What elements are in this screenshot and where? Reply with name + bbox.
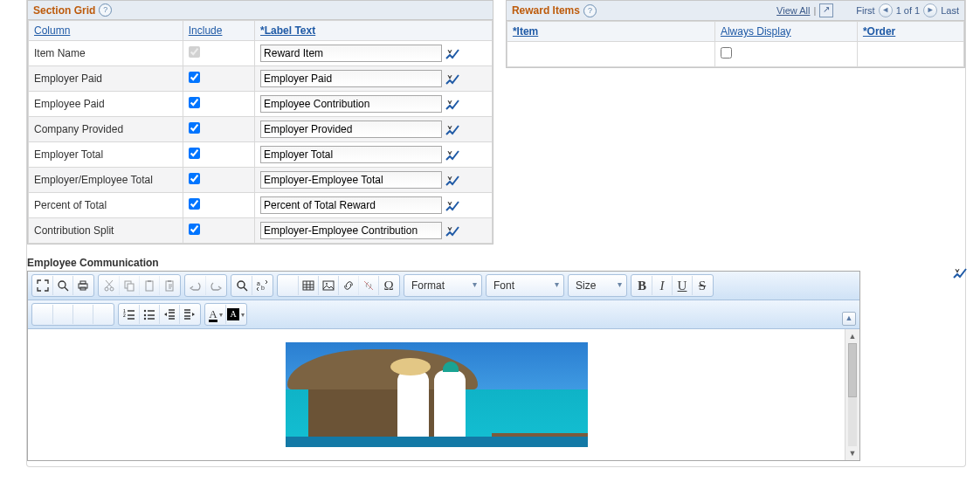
column-header-column[interactable]: Column [34,24,70,37]
include-checkbox[interactable] [189,224,200,235]
replace-icon[interactable]: ab [252,276,272,295]
column-name-cell: Item Name [29,41,183,66]
include-checkbox[interactable] [189,72,200,83]
include-checkbox[interactable] [189,122,200,134]
column-header-include[interactable]: Include [189,24,223,37]
align-center-icon[interactable] [52,305,72,324]
redo-icon[interactable] [205,276,225,295]
label-text-input[interactable] [260,171,442,189]
ri-header-item[interactable]: *Item [513,25,538,38]
cut-icon[interactable] [100,276,119,295]
view-all-link[interactable]: View All [776,5,810,16]
table-row: Employer/Employee Total [29,168,493,193]
underline-button[interactable]: U [672,276,692,295]
format-dropdown[interactable]: Format [404,274,482,297]
popout-icon[interactable]: ↗ [819,3,833,17]
ri-header-order[interactable]: *Order [863,25,895,38]
image-icon[interactable] [318,276,338,295]
last-link[interactable]: Last [941,5,959,16]
align-justify-icon[interactable] [93,305,113,324]
align-left-icon[interactable] [33,305,52,324]
label-text-input[interactable] [260,45,442,62]
rte-content-area[interactable] [28,329,845,460]
ri-header-always-display[interactable]: Always Display [721,25,791,38]
remove-format-icon[interactable] [279,276,298,295]
section-grid-title: Section Grid [33,4,95,17]
prev-page-icon[interactable]: ◄ [879,3,893,17]
spellcheck-icon[interactable] [445,48,459,60]
italic-button[interactable]: I [652,276,672,295]
preview-icon[interactable] [52,276,72,295]
spellcheck-icon[interactable] [445,175,459,187]
rte-toolbar-row-1: ab Ω Format Font Size B I U S [28,272,859,300]
vertical-scrollbar[interactable]: ▲ ▼ [845,329,859,460]
paste-plain-icon[interactable] [159,276,179,295]
table-row: Employer Paid [29,66,493,92]
section-grid-panel: Section Grid ? Column Include *Label Tex… [27,0,493,244]
copy-icon[interactable] [119,276,139,295]
paging-text: 1 of 1 [896,5,921,16]
column-header-label-text[interactable]: *Label Text [260,24,315,37]
spellcheck-icon[interactable] [445,73,459,86]
next-page-icon[interactable]: ► [923,3,937,17]
label-text-input[interactable] [260,121,442,138]
reward-items-panel: Reward Items ? View All | ↗ First ◄ 1 of… [506,0,965,68]
maximize-icon[interactable] [33,276,52,295]
svg-point-21 [144,314,146,316]
table-row [507,42,963,67]
indent-icon[interactable] [179,305,199,324]
label-text-input[interactable] [260,146,442,163]
svg-rect-8 [146,281,153,291]
spellcheck-icon[interactable] [445,149,459,162]
column-name-cell: Employer Total [29,142,183,168]
scroll-down-icon[interactable]: ▼ [847,448,858,458]
text-color-button[interactable]: A▾ [206,305,225,324]
svg-rect-7 [128,284,134,291]
bg-color-button[interactable]: A▾ [225,305,245,324]
include-checkbox[interactable] [189,173,200,184]
svg-point-4 [105,287,108,291]
svg-point-20 [144,310,146,312]
label-text-input[interactable] [260,70,442,87]
collapse-toolbar-icon[interactable]: ▲ [842,312,856,326]
column-name-cell: Contribution Split [29,218,183,244]
spellcheck-icon[interactable] [445,225,459,238]
always-display-checkbox[interactable] [721,47,732,59]
align-right-icon[interactable] [72,305,93,324]
section-grid-table: Column Include *Label Text Item NameEmpl… [28,20,493,244]
include-checkbox[interactable] [189,148,200,159]
unlink-icon[interactable] [358,276,378,295]
scroll-up-icon[interactable]: ▲ [847,331,858,341]
bold-button[interactable]: B [632,276,652,295]
outdent-icon[interactable] [159,305,179,324]
svg-text:b: b [261,285,265,291]
label-text-input[interactable] [260,95,442,113]
label-text-input[interactable] [260,196,442,214]
print-icon[interactable] [72,276,93,295]
spellcheck-icon[interactable] [445,99,459,111]
find-icon[interactable] [232,276,252,295]
undo-icon[interactable] [186,276,205,295]
help-icon[interactable]: ? [583,4,597,17]
spellcheck-icon[interactable] [953,267,967,279]
spellcheck-icon[interactable] [445,200,459,212]
link-icon[interactable] [338,276,358,295]
table-row: Contribution Split [29,218,493,244]
size-dropdown[interactable]: Size [568,274,627,297]
first-link[interactable]: First [856,5,874,16]
spellcheck-icon[interactable] [445,124,459,136]
paste-icon[interactable] [139,276,159,295]
label-text-input[interactable] [260,222,442,239]
special-char-icon[interactable]: Ω [378,276,398,295]
include-checkbox[interactable] [189,97,200,108]
numbered-list-icon[interactable]: 12 [120,305,139,324]
separator: | [813,5,816,16]
ri-order-cell [857,42,963,67]
help-icon[interactable]: ? [99,3,112,17]
bullet-list-icon[interactable] [139,305,159,324]
table-row: Employer Total [29,142,493,168]
table-icon[interactable] [298,276,318,295]
font-dropdown[interactable]: Font [486,274,564,297]
include-checkbox[interactable] [189,198,200,210]
strike-button[interactable]: S [692,276,712,295]
